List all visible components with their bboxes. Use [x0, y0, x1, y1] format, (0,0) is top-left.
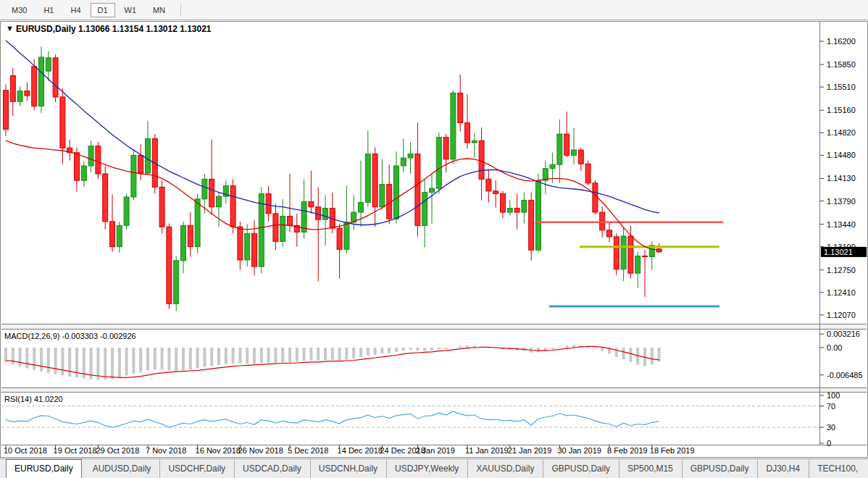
candle	[167, 224, 172, 309]
candle-body	[323, 209, 328, 220]
macd-histogram-bar	[558, 347, 561, 348]
candle	[273, 204, 278, 250]
candle-body	[600, 212, 605, 230]
candle-body	[607, 230, 612, 237]
candle	[10, 68, 15, 117]
candle	[365, 131, 370, 207]
candle-body	[88, 146, 93, 166]
candle-body	[309, 201, 314, 206]
chart-labels: ▼EURUSD,Daily 1.13066 1.13154 1.13012 1.…	[4, 24, 867, 403]
candle-body	[614, 237, 619, 269]
macd-histogram-bar	[395, 348, 398, 352]
candle-body	[124, 197, 129, 225]
current-price-label: 1.13021	[824, 248, 853, 256]
macd-histogram-bar	[651, 348, 654, 364]
date-axis-label: 19 Oct 2018	[54, 446, 97, 455]
candle	[501, 191, 506, 219]
pane-splitter-1[interactable]	[1, 324, 867, 329]
candle	[294, 214, 299, 247]
candle-body	[280, 217, 285, 242]
macd-axis-label: 0.003216	[827, 330, 860, 338]
macd-histogram-bar	[466, 345, 469, 348]
date-axis-label: 10 Oct 2018	[4, 446, 47, 455]
candle-body	[593, 183, 598, 212]
tab-usdchf-daily[interactable]: USDCHF,Daily	[159, 459, 234, 478]
date-axis-label: 16 Nov 2018	[196, 446, 241, 455]
macd-histogram-bar	[352, 348, 355, 358]
macd-histogram-bar	[54, 348, 57, 374]
candle	[557, 120, 562, 183]
candle-body	[25, 91, 30, 96]
candle	[344, 185, 349, 253]
macd-histogram-bar	[487, 348, 490, 348]
timeframe-w1[interactable]: W1	[117, 3, 144, 17]
macd-histogram-bar	[146, 348, 149, 370]
timeframe-h4[interactable]: H4	[63, 3, 88, 17]
candle	[380, 159, 385, 210]
tab-audusd-daily[interactable]: AUDUSD,Daily	[84, 459, 160, 478]
pane-splitter-2[interactable]	[1, 388, 867, 392]
macd-histogram-bar	[331, 348, 334, 360]
macd-histogram-bar	[309, 348, 312, 360]
macd-axis-label: 0.00	[827, 343, 842, 352]
tab-gbpusd-daily[interactable]: GBPUSD,Daily	[543, 459, 619, 478]
timeframe-mn[interactable]: MN	[146, 3, 172, 17]
candle-body	[501, 193, 506, 212]
candle	[572, 128, 577, 164]
candle	[96, 142, 101, 179]
candle-body	[195, 199, 200, 247]
macd-histogram-bar	[629, 348, 632, 362]
date-axis-label: 7 Nov 2018	[146, 446, 186, 455]
date-axis-label: 26 Nov 2018	[238, 446, 283, 455]
tab-usdjpy-weekly[interactable]: USDJPY,Weekly	[386, 459, 467, 478]
macd-histogram-bar	[225, 348, 228, 364]
macd-histogram-bar	[324, 348, 327, 360]
candle	[131, 150, 136, 201]
date-axis-label: 14 Dec 2018	[338, 446, 383, 455]
candle	[117, 222, 122, 253]
timeframe-h1[interactable]: H1	[36, 3, 61, 17]
candle-body	[443, 138, 448, 159]
candle	[266, 185, 271, 221]
date-axis-label: 30 Jan 2019	[557, 446, 601, 455]
tab-usdcnh-daily[interactable]: USDCNH,Daily	[310, 459, 386, 478]
candle	[181, 222, 186, 273]
candle	[387, 164, 392, 224]
candle	[635, 252, 640, 288]
candle-body	[46, 58, 51, 71]
price-axis-label: 1.15850	[827, 60, 856, 69]
timeframe-d1[interactable]: D1	[91, 3, 115, 17]
tab-dj30-h4[interactable]: DJ30,H4	[757, 459, 809, 478]
macd-histogram-bar	[12, 348, 14, 364]
macd-histogram-bar	[593, 348, 596, 348]
tab-gbpusd-daily-2[interactable]: GBPUSD,Daily	[682, 459, 758, 478]
candle-body	[572, 150, 577, 155]
candle	[359, 161, 364, 227]
candle-body	[39, 57, 44, 106]
candle	[337, 224, 342, 279]
macd-histogram-bar	[565, 345, 568, 348]
tab-tech100[interactable]: TECH100,	[809, 459, 867, 478]
candle-body	[273, 214, 278, 241]
candle-body	[230, 185, 235, 227]
tab-eurusd-daily[interactable]: EURUSD,Daily	[6, 459, 82, 478]
macd-histogram-bar	[374, 348, 377, 355]
candle-body	[578, 150, 583, 164]
symbol-collapse-icon[interactable]: ▼	[6, 24, 14, 33]
candle	[288, 174, 293, 232]
tab-xauusd-daily[interactable]: XAUUSD,Daily	[467, 459, 543, 478]
candle	[81, 162, 86, 188]
chart-canvas[interactable]: 1.162001.158501.155101.151601.148201.144…	[0, 20, 868, 458]
candle-body	[585, 164, 591, 183]
tab-sp500-m15[interactable]: SP500,M15	[619, 459, 682, 478]
macd-histogram-bar	[61, 348, 64, 375]
timeframe-m30[interactable]: M30	[4, 3, 34, 17]
tab-usd cad-daily[interactable]: USDCAD,Daily	[234, 459, 310, 478]
macd-histogram-bar	[281, 348, 284, 362]
macd-histogram-bar	[118, 348, 121, 377]
candle-body	[529, 201, 534, 251]
macd-histogram-bar	[167, 348, 170, 370]
candle-body	[372, 154, 377, 207]
candle	[458, 75, 463, 132]
candle-body	[131, 155, 136, 197]
